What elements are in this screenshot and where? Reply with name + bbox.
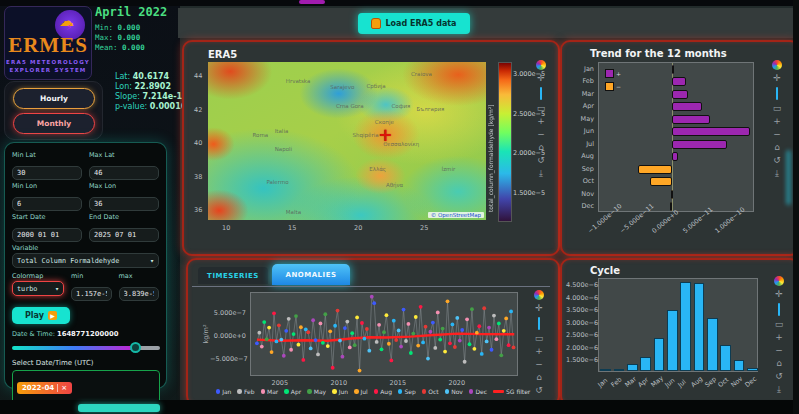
modebar-reset-icon[interactable]: ↺ xyxy=(773,156,781,165)
data-point xyxy=(370,295,374,299)
min-lat-label: Min Lat xyxy=(12,151,82,159)
start-date-input[interactable] xyxy=(12,228,82,242)
anomalies-legend-item[interactable]: Oct xyxy=(422,388,439,395)
modebar-pan-icon[interactable]: ✛ xyxy=(535,304,543,313)
load-era5-button[interactable]: Load ERA5 data xyxy=(358,13,470,34)
colormap-select[interactable]: turbo ▾ xyxy=(12,281,64,296)
cmax-input[interactable] xyxy=(119,287,160,301)
anomalies-legend-item[interactable]: Mar xyxy=(261,388,279,395)
anomalies-legend-item[interactable]: SG filter xyxy=(493,388,530,395)
anomalies-legend-item[interactable]: Nov xyxy=(445,388,463,395)
plotly-logo-icon[interactable] xyxy=(774,276,784,286)
data-point xyxy=(433,346,437,350)
modebar-pan-icon[interactable]: ✛ xyxy=(773,74,781,83)
modebar-camera-icon[interactable]: ⤓ xyxy=(777,385,781,394)
legend-swatch xyxy=(284,389,289,394)
data-point xyxy=(499,353,503,357)
modebar-reset-icon[interactable]: ↺ xyxy=(535,386,543,395)
cmin-input[interactable] xyxy=(71,287,112,301)
legend-label: Oct xyxy=(428,388,438,395)
modebar-zoom-in-icon[interactable]: + xyxy=(535,347,543,356)
hourly-button[interactable]: Hourly xyxy=(13,88,95,109)
data-point xyxy=(314,338,318,342)
data-point xyxy=(328,329,332,333)
modebar-zoom-out-icon[interactable]: − xyxy=(775,346,783,355)
cycle-x-tick: Jul xyxy=(676,378,687,389)
data-point xyxy=(492,314,496,318)
modebar-zoom-out-icon[interactable]: − xyxy=(537,130,545,139)
monthly-button[interactable]: Monthly xyxy=(13,113,95,134)
slider-thumb[interactable] xyxy=(130,342,141,353)
modebar-camera-icon[interactable]: ⤓ xyxy=(539,169,543,178)
map-y-tick: 36 xyxy=(194,206,202,214)
map-x-tick: 20 xyxy=(354,224,362,232)
data-point xyxy=(279,338,283,342)
plotly-logo-icon[interactable] xyxy=(534,290,544,300)
trend-bar xyxy=(672,115,710,124)
data-point xyxy=(431,321,435,325)
map-attribution[interactable]: © OpenStreetMap xyxy=(428,212,484,218)
modebar-home-icon[interactable]: ⌂ xyxy=(536,373,542,382)
anomalies-legend-item[interactable]: Feb xyxy=(237,388,254,395)
chip-close-icon[interactable]: × xyxy=(57,384,67,392)
modebar-zoom-in-icon[interactable]: + xyxy=(773,117,781,126)
anomalies-legend-item[interactable]: May xyxy=(307,388,326,395)
play-button[interactable]: Play ▶ xyxy=(12,307,70,324)
modebar-home-icon[interactable]: ⌂ xyxy=(774,143,780,152)
modebar-pan-icon[interactable]: ✛ xyxy=(775,290,783,299)
tab-anomalies[interactable]: ANOMALIES xyxy=(272,264,350,285)
taskbar-item[interactable] xyxy=(78,404,160,412)
legend-swatch xyxy=(332,389,337,394)
anomalies-svg xyxy=(251,293,519,377)
anomalies-legend-item[interactable]: Dec xyxy=(469,388,487,395)
modebar-home-icon[interactable]: ⌂ xyxy=(776,359,782,368)
datetime-chip[interactable]: 2022-04 × xyxy=(17,382,72,394)
anomalies-plot[interactable] xyxy=(250,292,518,376)
anomalies-legend-item[interactable]: Aug xyxy=(374,388,392,395)
data-point xyxy=(326,344,330,348)
modebar-box-zoom-icon[interactable]: ▭ xyxy=(775,320,784,329)
variable-select[interactable]: Total Column Formaldehyde ▾ xyxy=(12,253,159,268)
cycle-title: Cycle xyxy=(590,265,620,276)
modebar-box-zoom-icon[interactable]: ▭ xyxy=(773,104,782,113)
cycle-modebar: ✛▭+−⌂↺⤓ xyxy=(774,276,784,394)
max-lon-input[interactable] xyxy=(89,197,159,211)
cycle-y-tick: 2.000e−6 xyxy=(566,344,596,352)
era5-heatmap[interactable]: + © OpenStreetMap HrvatskaSarajevoСрбија… xyxy=(208,62,486,220)
data-point xyxy=(463,360,467,364)
modebar-zoom-in-icon[interactable]: + xyxy=(775,333,783,342)
anomalies-legend-item[interactable]: Sep xyxy=(398,388,416,395)
tab-timeseries[interactable]: TIMESERIES xyxy=(198,267,268,284)
ermes-dashboard: ☁ ⚡ ERMES ERA5 METEOROLOGY EXPLORER SYST… xyxy=(0,0,799,414)
datetime-slider[interactable] xyxy=(12,343,159,353)
modebar-zoom-out-icon[interactable]: − xyxy=(773,130,781,139)
anomalies-legend-item[interactable]: Jul xyxy=(354,388,368,395)
legend-swatch xyxy=(354,389,359,394)
anomalies-legend-item[interactable]: Apr xyxy=(284,388,301,395)
anomalies-legend-item[interactable]: Jan xyxy=(216,388,232,395)
max-lat-input[interactable] xyxy=(89,166,159,180)
data-point xyxy=(502,329,506,333)
modebar-reset-icon[interactable]: ↺ xyxy=(775,372,783,381)
trend-month-label: Sep xyxy=(576,165,594,173)
legend-label: Apr xyxy=(291,388,301,395)
modebar-box-zoom-icon[interactable]: ▭ xyxy=(535,334,544,343)
anomalies-legend-item[interactable]: Jun xyxy=(332,388,348,395)
data-point xyxy=(477,324,481,328)
modebar-reset-icon[interactable]: ↺ xyxy=(537,156,545,165)
data-point xyxy=(485,340,489,344)
modebar-camera-icon[interactable]: ⤓ xyxy=(775,169,779,178)
map-city-label: Crna Gora xyxy=(336,103,364,109)
modebar-zoom-out-icon[interactable]: − xyxy=(535,360,543,369)
data-point xyxy=(380,347,384,351)
min-lat-input[interactable] xyxy=(12,166,82,180)
data-point xyxy=(465,317,469,321)
min-lon-input[interactable] xyxy=(12,197,82,211)
modebar-zoom-in-icon[interactable]: + xyxy=(537,117,545,126)
end-date-input[interactable] xyxy=(89,228,159,242)
plotly-logo-icon[interactable] xyxy=(536,60,546,70)
map-city-label: Roma xyxy=(252,132,268,138)
plotly-logo-icon[interactable] xyxy=(772,60,782,70)
cycle-plot[interactable] xyxy=(598,278,758,372)
trend-plot[interactable]: +− xyxy=(598,62,754,212)
